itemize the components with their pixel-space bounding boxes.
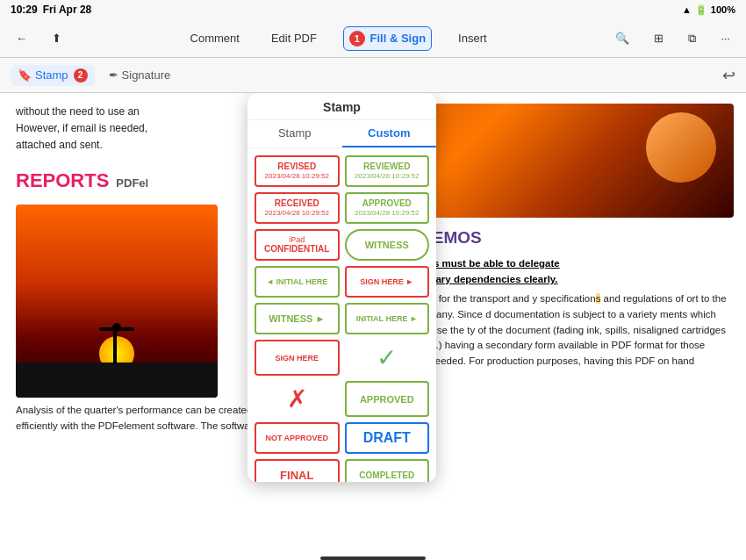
secondary-toolbar: 🔖 Stamp 2 ✒ Signature ↩ [0,58,746,93]
ground-element [16,363,218,398]
toolbar-left: ← ⬆ [11,28,67,48]
share-button[interactable]: ⬆ [47,28,67,48]
stamp-approved-outline[interactable]: APPROVED [345,381,430,417]
stamp-revised[interactable]: REVISED 2023/04/28 10:29:52 [255,155,340,187]
main-toolbar: ← ⬆ Comment Edit PDF 1 Fill & Sign Inser… [0,19,746,58]
bottom-bar [320,556,426,560]
day: Fri Apr 28 [43,4,92,16]
stamp-final[interactable]: FINAL [255,459,340,482]
pump-silhouette [90,312,143,364]
stamp-xmark[interactable]: ✗ [255,381,340,417]
back-button[interactable]: ← [11,28,32,48]
pdf-heading-reports: REPORTS [16,165,109,196]
grid-button[interactable]: ⊞ [649,28,669,48]
stamp-received[interactable]: RECEIVED 2023/04/28 10:29:52 [255,192,340,224]
stamp-draft[interactable]: DRAFT [345,422,430,454]
stamp-witness-arrow[interactable]: WITNESS ► [255,303,340,334]
status-right: ▲ 🔋 100% [682,4,735,16]
status-left: 10:29 Fri Apr 28 [11,4,91,16]
tab-custom[interactable]: Custom [342,120,437,147]
toolbar-center: Comment Edit PDF 1 Fill & Sign Insert [185,26,492,51]
stamp-confidential[interactable]: iPad CONFIDENTIAL [255,229,340,261]
stamp-initial-here-left[interactable]: ◄ INITIAL HERE [255,266,340,298]
tab-stamp[interactable]: Stamp [247,120,342,147]
stamp-not-approved[interactable]: NOT APPROVED [255,422,340,454]
main-area: without the need to use an However, if e… [0,93,746,560]
svg-rect-0 [113,329,117,364]
time: 10:29 [11,4,38,16]
edit-pdf-button[interactable]: Edit PDF [266,28,322,48]
stamp-approved-date[interactable]: APPROVED 2023/04/28 10:29:52 [345,192,430,224]
highlight-element: s [596,293,601,304]
right-sun [646,112,716,183]
sunset-image [16,205,218,398]
status-bar: 10:29 Fri Apr 28 ▲ 🔋 100% [0,0,746,19]
stamp-sign-here-rect[interactable]: SIGN HERE [255,340,340,376]
more-button[interactable]: ··· [715,28,735,48]
stamp-checkmark[interactable]: ✓ [345,340,430,376]
wifi-icon: ▲ [682,4,692,15]
stamp-popup: Stamp Stamp Custom REVISED 2023/04/28 10… [247,93,436,482]
toolbar-right: 🔍 ⊞ ⧉ ··· [610,28,735,49]
stamp-popup-title: Stamp [247,93,436,120]
svg-point-2 [112,323,121,332]
comment-button[interactable]: Comment [185,28,245,48]
pdf-heading-sub: PDFel [116,175,148,193]
stamp-witness-ellipse[interactable]: WITNESS [345,229,430,261]
stamp-badge: 2 [74,68,88,83]
insert-button[interactable]: Insert [453,28,492,48]
stamp-icon: 🔖 [18,68,32,82]
signature-button[interactable]: ✒ Signature [102,65,178,85]
stamp-completed[interactable]: COMPLETED [345,459,430,482]
stamp-tabs: Stamp Custom [247,120,436,148]
battery-level: 100% [711,4,735,15]
fill-sign-button[interactable]: 1 Fill & Sign [343,26,432,51]
signature-label: Signature [122,68,171,82]
battery-icon: 🔋 [695,4,707,16]
window-button[interactable]: ⧉ [683,28,701,49]
signature-icon: ✒ [109,68,118,82]
stamp-reviewed[interactable]: REVIEWED 2023/04/28 10:29:52 [345,155,430,187]
search-button[interactable]: 🔍 [610,28,635,48]
stamp-button[interactable]: 🔖 Stamp 2 [11,65,95,86]
stamp-initial-here-right[interactable]: INITIAL HERE ► [345,303,430,334]
stamp-label: Stamp [35,68,68,82]
stamp-sign-here-right[interactable]: SIGN HERE ► [345,266,430,298]
fill-sign-badge: 1 [349,31,365,47]
stamp-grid: REVISED 2023/04/28 10:29:52 REVIEWED 202… [247,148,436,482]
undo-button[interactable]: ↩ [722,66,735,85]
